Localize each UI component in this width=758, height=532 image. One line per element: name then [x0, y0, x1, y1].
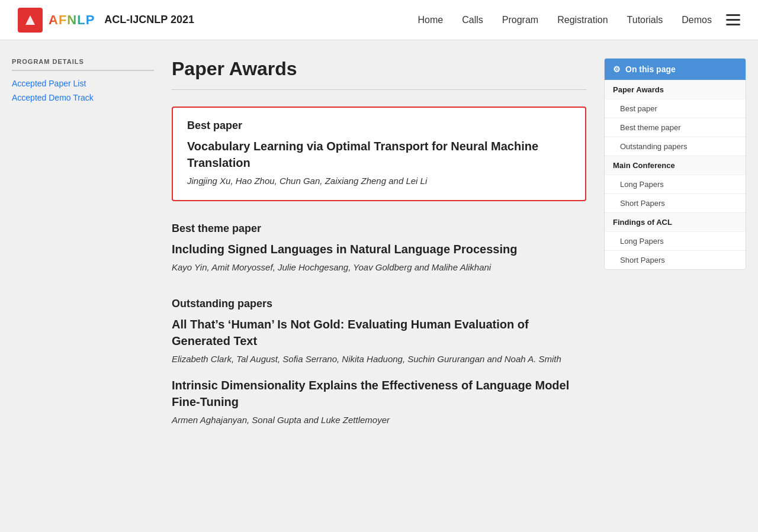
best-paper-title: Vocabulary Learning via Optimal Transpor… — [187, 138, 571, 171]
left-sidebar: Program Details Accepted Paper List Acce… — [12, 58, 154, 448]
toc-best-theme-paper-item: Best theme paper — [605, 118, 746, 137]
toc-outstanding-papers[interactable]: Outstanding papers — [605, 137, 746, 156]
best-theme-paper-authors: Kayo Yin, Amit Moryossef, Julie Hochgesa… — [172, 261, 586, 275]
toc-f-long-item: Long Papers — [605, 231, 746, 250]
toc-main-conference[interactable]: Main Conference — [605, 156, 746, 175]
best-theme-paper-category: Best theme paper — [172, 223, 586, 235]
toc-mc-short[interactable]: Short Papers — [605, 194, 746, 212]
outstanding-paper-2-title: Intrinsic Dimensionality Explains the Ef… — [172, 377, 586, 410]
hamburger-line-2 — [726, 19, 740, 21]
logo-icon — [22, 12, 38, 28]
sidebar-links: Accepted Paper List Accepted Demo Track — [12, 78, 154, 103]
right-sidebar: ⚙ On this page Paper Awards Best paper B… — [604, 58, 746, 448]
toc-mc-long-item: Long Papers — [605, 175, 746, 194]
nav-demos[interactable]: Demos — [682, 15, 712, 25]
nav-links: Home Calls Program Registration Tutorial… — [418, 15, 712, 25]
best-theme-paper-section: Best theme paper Including Signed Langua… — [172, 220, 586, 275]
page-layout: Program Details Accepted Paper List Acce… — [0, 40, 758, 466]
title-divider — [172, 89, 586, 90]
toc-paper-awards-item: Paper Awards — [605, 80, 746, 99]
brand: AFNLP ACL-IJCNLP 2021 — [18, 8, 194, 33]
main-content: Paper Awards Best paper Vocabulary Learn… — [172, 58, 586, 448]
on-this-page-box: ⚙ On this page Paper Awards Best paper B… — [604, 58, 746, 270]
toc-best-paper-item: Best paper — [605, 99, 746, 118]
outstanding-papers-category: Outstanding papers — [172, 298, 586, 310]
toc-f-long[interactable]: Long Papers — [605, 232, 746, 250]
toc-paper-awards[interactable]: Paper Awards — [605, 80, 746, 99]
sidebar-section-label: Program Details — [12, 58, 154, 71]
best-paper-box: Best paper Vocabulary Learning via Optim… — [172, 107, 586, 201]
logo-box — [18, 8, 43, 33]
outstanding-paper-1-authors: Elizabeth Clark, Tal August, Sofia Serra… — [172, 353, 586, 366]
hamburger-menu[interactable] — [726, 14, 740, 25]
sidebar-accepted-paper-list[interactable]: Accepted Paper List — [12, 79, 86, 88]
toc-f-short-item: Short Papers — [605, 250, 746, 269]
nav-program[interactable]: Program — [502, 15, 538, 25]
navbar: AFNLP ACL-IJCNLP 2021 Home Calls Program… — [0, 0, 758, 40]
gear-icon: ⚙ — [613, 65, 621, 74]
best-paper-category: Best paper — [187, 120, 571, 132]
toc-outstanding-papers-item: Outstanding papers — [605, 137, 746, 156]
toc-main-conference-item: Main Conference — [605, 156, 746, 175]
on-this-page-label: On this page — [625, 65, 676, 74]
outstanding-paper-1-title: All That’s ‘Human’ Is Not Gold: Evaluati… — [172, 316, 586, 349]
nav-tutorials[interactable]: Tutorials — [627, 15, 663, 25]
sidebar-accepted-demo-track[interactable]: Accepted Demo Track — [12, 93, 94, 102]
outstanding-paper-2-authors: Armen Aghajanyan, Sonal Gupta and Luke Z… — [172, 414, 586, 427]
outstanding-papers-section: Outstanding papers All That’s ‘Human’ Is… — [172, 295, 586, 427]
toc-best-paper[interactable]: Best paper — [605, 99, 746, 118]
afnlp-logo-text: AFNLP — [49, 12, 95, 28]
toc-findings-item: Findings of ACL — [605, 212, 746, 231]
nav-home[interactable]: Home — [418, 15, 444, 25]
toc-findings[interactable]: Findings of ACL — [605, 213, 746, 231]
best-paper-authors: Jingjing Xu, Hao Zhou, Chun Gan, Zaixian… — [187, 175, 571, 188]
toc-mc-short-item: Short Papers — [605, 194, 746, 212]
nav-registration[interactable]: Registration — [557, 15, 608, 25]
page-title: Paper Awards — [172, 58, 586, 80]
on-this-page-header: ⚙ On this page — [605, 59, 746, 80]
nav-calls[interactable]: Calls — [462, 15, 483, 25]
toc-f-short[interactable]: Short Papers — [605, 251, 746, 269]
hamburger-line-1 — [726, 14, 740, 16]
toc-best-theme-paper[interactable]: Best theme paper — [605, 118, 746, 137]
toc-mc-long[interactable]: Long Papers — [605, 175, 746, 194]
site-title: ACL-IJCNLP 2021 — [104, 14, 194, 26]
hamburger-line-3 — [726, 24, 740, 25]
on-this-page-list: Paper Awards Best paper Best theme paper… — [605, 80, 746, 269]
best-theme-paper-title: Including Signed Languages in Natural La… — [172, 241, 586, 257]
